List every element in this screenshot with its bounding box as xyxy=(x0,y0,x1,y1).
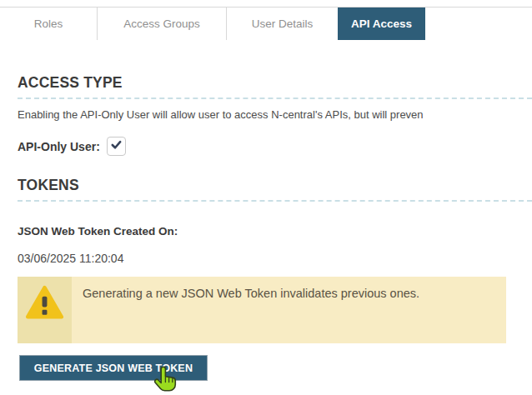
warning-triangle-icon xyxy=(25,277,64,324)
generate-json-web-token-button[interactable]: GENERATE JSON WEB TOKEN xyxy=(19,355,208,381)
access-type-heading: ACCESS TYPE xyxy=(18,74,532,99)
api-only-user-row: API-Only User: xyxy=(18,136,532,157)
tab-bar: Roles Access Groups User Details API Acc… xyxy=(0,7,532,40)
tab-roles[interactable]: Roles xyxy=(0,8,98,40)
api-only-user-label: API-Only User: xyxy=(18,140,100,153)
tokens-heading: TOKENS xyxy=(18,177,532,202)
warning-message: Generating a new JSON Web Token invalida… xyxy=(72,277,431,343)
token-created-on-label: JSON Web Token Created On: xyxy=(18,225,532,238)
checkmark-icon xyxy=(110,138,123,154)
main-content: ACCESS TYPE Enabling the API-Only User w… xyxy=(0,74,532,381)
warning-icon-strip xyxy=(18,277,72,343)
tab-access-groups[interactable]: Access Groups xyxy=(98,8,227,40)
api-only-user-checkbox[interactable] xyxy=(107,137,126,156)
warning-banner: Generating a new JSON Web Token invalida… xyxy=(18,277,506,343)
tab-user-details[interactable]: User Details xyxy=(227,8,338,40)
token-created-on-value: 03/06/2025 11:20:04 xyxy=(18,252,532,265)
access-type-description: Enabling the API-Only User will allow us… xyxy=(18,108,532,121)
tab-api-access[interactable]: API Access xyxy=(338,8,425,40)
